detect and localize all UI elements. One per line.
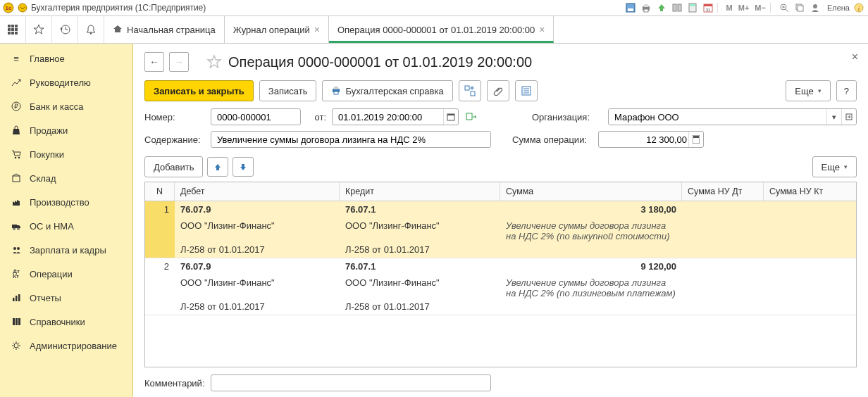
org-input[interactable]: ▾: [608, 108, 857, 125]
save-disk-icon[interactable]: [624, 1, 637, 14]
sidebar-item-sales[interactable]: Продажи: [0, 118, 132, 142]
sidebar-item-main[interactable]: ≡Главное: [0, 46, 132, 70]
user-name[interactable]: Елена: [824, 4, 850, 12]
window-titlebar: 1c Бухгалтерия предприятия (1С:Предприят…: [0, 0, 868, 16]
comment-input-field[interactable]: [216, 377, 486, 389]
history-icon[interactable]: [53, 18, 77, 42]
calendar-picker-icon[interactable]: [443, 109, 458, 125]
apps-grid-icon[interactable]: [1, 18, 25, 42]
add-row-button[interactable]: Добавить: [144, 156, 203, 177]
cell-k-acc: 76.07.1: [340, 258, 500, 275]
svg-rect-25: [11, 25, 14, 27]
tab-current[interactable]: Операция 0000-000001 от 01.01.2019 20:00…: [329, 16, 554, 43]
from-label: от:: [306, 112, 326, 122]
more-button[interactable]: Еще ▾: [786, 80, 830, 101]
comment-input[interactable]: [211, 374, 491, 391]
star-icon[interactable]: [27, 18, 51, 42]
date-input[interactable]: [332, 108, 459, 125]
page-close-button[interactable]: ×: [852, 51, 858, 63]
print-report-button[interactable]: Бухгалтерская справка: [322, 80, 452, 101]
svg-rect-8: [673, 4, 676, 11]
sidebar-item-salary[interactable]: Зарплата и кадры: [0, 238, 132, 262]
cell-d-acc: 76.07.9: [175, 201, 340, 218]
print-icon[interactable]: [640, 1, 652, 14]
grid-row[interactable]: 1 76.07.9 76.07.1 3 180,00 ООО "Лизинг-Ф…: [145, 201, 856, 258]
close-icon[interactable]: ×: [314, 24, 320, 35]
grid-body[interactable]: 1 76.07.9 76.07.1 3 180,00 ООО "Лизинг-Ф…: [145, 201, 856, 367]
people-icon: [10, 245, 23, 255]
svg-text:₽: ₽: [14, 103, 18, 110]
open-icon[interactable]: [841, 109, 856, 125]
user-icon[interactable]: [809, 1, 822, 14]
tab-home-label: Начальная страница: [127, 25, 216, 35]
col-sum-nu-dt[interactable]: Сумма НУ Дт: [682, 182, 764, 201]
col-debit[interactable]: Дебет: [175, 182, 340, 201]
cell-d-sub2: Л-258 от 01.01.2017: [175, 241, 340, 258]
zoom-icon[interactable]: [778, 1, 790, 14]
sidebar-item-assets[interactable]: ОС и НМА: [0, 214, 132, 238]
period-icon[interactable]: [464, 110, 478, 124]
dropdown-icon[interactable]: [17, 2, 28, 13]
save-button[interactable]: Записать: [259, 80, 317, 101]
date-input-field[interactable]: [337, 111, 443, 123]
content-label: Содержание:: [144, 134, 205, 145]
svg-rect-63: [465, 86, 469, 90]
dtkt-tool-button[interactable]: [459, 80, 481, 101]
svg-rect-74: [693, 136, 699, 138]
svg-rect-39: [13, 176, 20, 182]
nav-back-button[interactable]: ←: [144, 52, 164, 72]
svg-rect-9: [678, 4, 681, 11]
calculator-icon[interactable]: [686, 1, 699, 14]
favorite-star-icon[interactable]: [206, 53, 223, 70]
chevron-down-icon[interactable]: ▾: [826, 109, 841, 125]
bag-icon: [10, 125, 23, 135]
tab-home[interactable]: Начальная страница: [104, 16, 225, 43]
list-more-button[interactable]: Еще ▾: [812, 156, 857, 177]
sum-input-field[interactable]: [603, 134, 688, 146]
number-input[interactable]: [211, 108, 301, 125]
grid-row[interactable]: 2 76.07.9 76.07.1 9 120,00 ООО "Лизинг-Ф…: [145, 258, 856, 315]
svg-rect-24: [8, 25, 11, 27]
calculator-small-icon[interactable]: [688, 132, 703, 147]
calendar-icon[interactable]: 31: [702, 1, 714, 14]
sidebar-item-catalogs[interactable]: Справочники: [0, 310, 132, 334]
list-button[interactable]: [515, 80, 538, 101]
content-input[interactable]: [211, 131, 491, 148]
number-input-field[interactable]: [216, 111, 296, 123]
org-input-field[interactable]: [613, 111, 826, 123]
sidebar-item-operations[interactable]: ДтКтОперации: [0, 262, 132, 286]
svg-rect-47: [18, 294, 20, 301]
content-input-field[interactable]: [216, 134, 486, 146]
save-close-button[interactable]: Записать и закрыть: [144, 80, 254, 101]
sidebar-item-admin[interactable]: Администрирование: [0, 334, 132, 358]
attach-button[interactable]: [487, 80, 509, 101]
sum-input[interactable]: [598, 131, 704, 148]
sidebar-item-purchases[interactable]: Покупки: [0, 142, 132, 166]
col-n[interactable]: N: [145, 182, 175, 201]
move-down-button[interactable]: [232, 157, 254, 177]
close-icon[interactable]: ×: [539, 24, 545, 35]
help-button[interactable]: ?: [836, 80, 857, 101]
cell-nu-kt: [764, 201, 845, 218]
sidebar-item-manager[interactable]: Руководителю: [0, 70, 132, 94]
compare-icon[interactable]: [671, 1, 683, 14]
sidebar-item-production[interactable]: Производство: [0, 190, 132, 214]
app-icon-1c: 1c: [3, 2, 14, 13]
tab-journal[interactable]: Журнал операций ×: [225, 16, 329, 43]
memory-mminus[interactable]: M−: [753, 4, 767, 12]
memory-m[interactable]: M: [725, 4, 734, 12]
col-credit[interactable]: Кредит: [340, 182, 500, 201]
svg-line-59: [18, 343, 19, 344]
sidebar-item-bank[interactable]: ₽Банк и касса: [0, 94, 132, 118]
sidebar-item-warehouse[interactable]: Склад: [0, 166, 132, 190]
col-sum[interactable]: Сумма: [500, 182, 682, 201]
col-sum-nu-kt[interactable]: Сумма НУ Кт: [764, 182, 845, 201]
memory-mplus[interactable]: M+: [737, 4, 751, 12]
windows-icon[interactable]: [793, 1, 806, 14]
info-icon[interactable]: i: [852, 1, 865, 14]
bell-icon[interactable]: [79, 18, 103, 42]
arrow-up-green-icon[interactable]: [655, 1, 668, 14]
sidebar-item-reports[interactable]: Отчеты: [0, 286, 132, 310]
cell-d-acc: 76.07.9: [175, 258, 340, 275]
move-up-button[interactable]: [207, 157, 228, 177]
